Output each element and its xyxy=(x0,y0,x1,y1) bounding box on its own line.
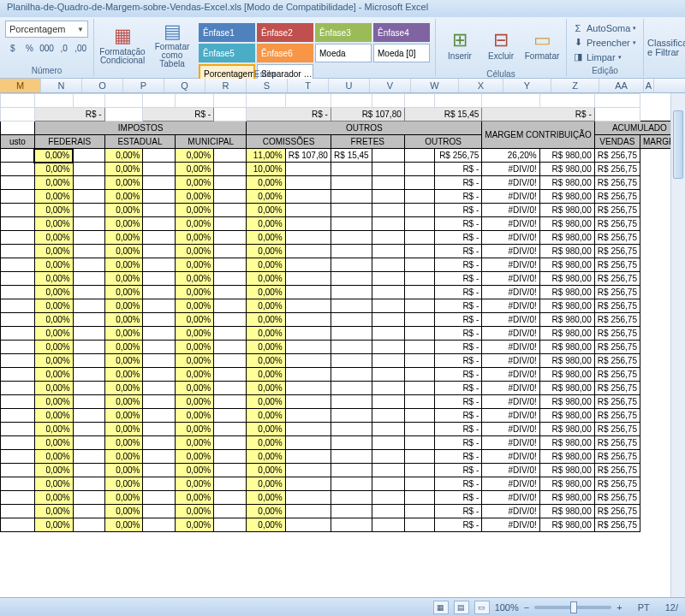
cell[interactable]: 0,00% xyxy=(176,149,214,163)
cell[interactable] xyxy=(214,368,247,382)
cell[interactable] xyxy=(404,505,435,518)
cell[interactable]: R$ 256,75 xyxy=(594,245,640,258)
cell[interactable]: 0,00% xyxy=(34,204,73,217)
col-header-R[interactable]: R xyxy=(206,79,247,92)
cell[interactable]: R$ - xyxy=(435,436,482,450)
cell[interactable]: R$ 980,00 xyxy=(539,423,594,436)
cell[interactable]: 0,00% xyxy=(176,163,214,176)
cell[interactable]: R$ 107,80 xyxy=(285,149,331,163)
cell[interactable]: FEDERAIS xyxy=(34,135,104,149)
cell[interactable] xyxy=(73,409,104,423)
cell[interactable] xyxy=(331,286,372,299)
cell[interactable] xyxy=(404,491,435,505)
inc-decimal-icon[interactable]: ,0 xyxy=(57,40,72,56)
cell[interactable]: R$ - xyxy=(435,245,482,258)
cell[interactable] xyxy=(404,245,435,258)
cell[interactable] xyxy=(214,450,247,464)
cell[interactable] xyxy=(143,477,176,491)
cell[interactable] xyxy=(1,327,35,341)
cell[interactable] xyxy=(34,94,73,108)
cell[interactable] xyxy=(285,450,331,464)
cell[interactable] xyxy=(285,505,331,518)
cell[interactable]: 0,00% xyxy=(104,217,143,231)
cell[interactable]: 0,00% xyxy=(176,464,214,477)
cell[interactable] xyxy=(372,204,404,217)
cell[interactable] xyxy=(372,354,404,368)
cell[interactable] xyxy=(143,190,176,204)
cell[interactable] xyxy=(214,313,247,327)
cell[interactable]: #DIV/0! xyxy=(482,354,539,368)
cell[interactable] xyxy=(539,94,594,108)
cell[interactable] xyxy=(404,477,435,491)
cell[interactable] xyxy=(214,272,247,286)
cell[interactable]: 0,00% xyxy=(247,258,285,272)
cell[interactable] xyxy=(143,299,176,313)
cell[interactable]: 0,00% xyxy=(176,505,214,518)
cell[interactable] xyxy=(285,231,331,245)
cell[interactable]: 0,00% xyxy=(176,299,214,313)
cell[interactable]: R$ - xyxy=(435,327,482,341)
cell[interactable]: R$ 256,75 xyxy=(594,409,640,423)
cell[interactable]: 0,00% xyxy=(104,491,143,505)
cell[interactable]: 0,00% xyxy=(104,272,143,286)
col-header-Q[interactable]: Q xyxy=(164,79,206,92)
cell[interactable] xyxy=(214,217,247,231)
cell[interactable]: 0,00% xyxy=(34,231,73,245)
cell[interactable] xyxy=(404,464,435,477)
cell[interactable]: 0,00% xyxy=(34,382,73,395)
cell[interactable] xyxy=(331,313,372,327)
cell[interactable] xyxy=(372,395,404,409)
cell[interactable] xyxy=(214,436,247,450)
cell[interactable]: 0,00% xyxy=(104,423,143,436)
cell[interactable]: R$ 256,75 xyxy=(594,217,640,231)
cell[interactable]: ESTADUAL xyxy=(104,135,176,149)
cell[interactable] xyxy=(1,121,35,135)
cell[interactable]: R$ 980,00 xyxy=(539,190,594,204)
cell[interactable]: 0,00% xyxy=(104,477,143,491)
cell[interactable]: R$ 256,75 xyxy=(594,163,640,176)
cell[interactable] xyxy=(285,204,331,217)
cell[interactable] xyxy=(143,258,176,272)
cell[interactable]: R$ - xyxy=(34,108,104,121)
cell[interactable]: 0,00% xyxy=(247,341,285,354)
cell[interactable]: R$ 980,00 xyxy=(539,464,594,477)
col-header-S[interactable]: S xyxy=(247,79,288,92)
cell[interactable] xyxy=(331,423,372,436)
cell[interactable] xyxy=(404,395,435,409)
cell[interactable] xyxy=(143,217,176,231)
cell[interactable]: 0,00% xyxy=(247,436,285,450)
cell[interactable] xyxy=(404,163,435,176)
cell[interactable] xyxy=(285,176,331,190)
vertical-scrollbar[interactable] xyxy=(670,93,685,597)
cell[interactable]: R$ 980,00 xyxy=(539,395,594,409)
cell[interactable] xyxy=(73,258,104,272)
cell[interactable] xyxy=(143,450,176,464)
cell[interactable]: 0,00% xyxy=(247,176,285,190)
cell[interactable] xyxy=(404,286,435,299)
page-break-icon[interactable]: ▭ xyxy=(474,601,490,614)
cell[interactable]: #DIV/0! xyxy=(482,299,539,313)
cell[interactable] xyxy=(1,491,35,505)
cell[interactable] xyxy=(1,368,35,382)
cell[interactable] xyxy=(143,272,176,286)
cell[interactable] xyxy=(143,382,176,395)
cell[interactable]: R$ 256,75 xyxy=(594,286,640,299)
cell[interactable]: 0,00% xyxy=(34,395,73,409)
cell[interactable]: 0,00% xyxy=(176,436,214,450)
cell[interactable] xyxy=(285,423,331,436)
cell[interactable] xyxy=(214,491,247,505)
cell[interactable]: 0,00% xyxy=(104,409,143,423)
cell[interactable] xyxy=(331,245,372,258)
cell[interactable] xyxy=(1,149,35,163)
cell[interactable]: IMPOSTOS xyxy=(34,121,246,135)
cell[interactable] xyxy=(285,354,331,368)
cell[interactable] xyxy=(285,491,331,505)
cell[interactable]: 0,00% xyxy=(104,258,143,272)
cell[interactable] xyxy=(73,204,104,217)
cell[interactable]: #DIV/0! xyxy=(482,395,539,409)
col-header-P[interactable]: P xyxy=(123,79,164,92)
cell[interactable] xyxy=(372,190,404,204)
cell[interactable] xyxy=(73,163,104,176)
cell[interactable] xyxy=(404,354,435,368)
col-header-X[interactable]: X xyxy=(459,79,503,92)
